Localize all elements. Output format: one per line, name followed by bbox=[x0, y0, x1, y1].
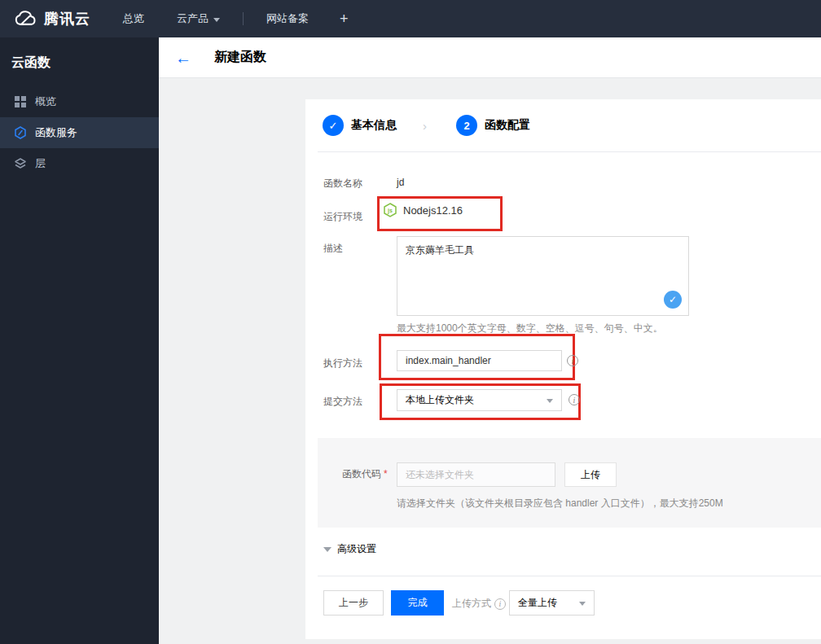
sidebar-item-function-service[interactable]: 函数服务 bbox=[0, 117, 159, 148]
nav-divider bbox=[243, 12, 244, 25]
select-caret-icon bbox=[547, 399, 553, 403]
handler-input[interactable] bbox=[397, 350, 562, 371]
tencent-cloud-logo-icon bbox=[13, 10, 37, 28]
valid-check-icon: ✓ bbox=[664, 291, 682, 309]
advanced-settings-label: 高级设置 bbox=[337, 542, 376, 556]
function-code-section: 函数代码* 上传 请选择文件夹（该文件夹根目录应包含 handler 入口文件）… bbox=[318, 438, 821, 528]
finish-button[interactable]: 完成 bbox=[391, 590, 444, 616]
nodejs-icon: js bbox=[383, 203, 397, 217]
back-arrow-icon[interactable]: ← bbox=[175, 50, 191, 66]
folder-path-input[interactable] bbox=[397, 462, 555, 487]
triangle-down-icon bbox=[323, 547, 331, 552]
description-field-wrapper: 京东薅羊毛工具 ✓ bbox=[397, 236, 689, 316]
sidebar-item-label: 层 bbox=[35, 156, 46, 171]
handler-label: 执行方法 bbox=[323, 357, 362, 370]
select-caret-icon bbox=[579, 602, 586, 606]
step-separator-chevron-icon: › bbox=[423, 119, 427, 133]
upload-button[interactable]: 上传 bbox=[564, 462, 617, 487]
nav-item-website-filing[interactable]: 网站备案 bbox=[266, 11, 309, 26]
submit-method-label: 提交方法 bbox=[323, 395, 362, 409]
sidebar-title: 云函数 bbox=[0, 37, 159, 86]
sidebar-item-label: 函数服务 bbox=[35, 125, 77, 140]
step2-label: 函数配置 bbox=[485, 118, 530, 133]
function-code-hint: 请选择文件夹（该文件夹根目录应包含 handler 入口文件），最大支持250M bbox=[397, 497, 723, 510]
grid-icon bbox=[14, 95, 27, 108]
previous-step-button[interactable]: 上一步 bbox=[323, 590, 384, 616]
page-header: ← 新建函数 bbox=[159, 37, 821, 78]
handler-info-icon[interactable]: i bbox=[567, 355, 578, 366]
step2-number: 2 bbox=[456, 115, 477, 136]
upload-mode-info-icon[interactable]: i bbox=[494, 598, 506, 610]
function-name-label: 函数名称 bbox=[323, 177, 362, 191]
divider bbox=[318, 151, 821, 152]
submit-method-info-icon[interactable]: i bbox=[569, 394, 580, 405]
create-function-panel: ✓ 基本信息 › 2 函数配置 函数名称 jd 运行环境 js Nodejs12… bbox=[305, 99, 821, 639]
upload-mode-select[interactable]: 全量上传 bbox=[509, 590, 595, 616]
divider bbox=[318, 576, 821, 576]
description-label: 描述 bbox=[323, 242, 343, 256]
chevron-down-icon bbox=[213, 18, 220, 22]
description-hint: 最大支持1000个英文字母、数字、空格、逗号、句号、中文。 bbox=[397, 322, 663, 335]
function-name-value: jd bbox=[397, 177, 404, 188]
layers-icon bbox=[14, 157, 27, 170]
submit-method-select[interactable]: 本地上传文件夹 bbox=[397, 389, 562, 411]
description-textarea[interactable]: 京东薅羊毛工具 bbox=[397, 237, 688, 315]
advanced-settings-toggle[interactable]: 高级设置 bbox=[323, 542, 376, 556]
required-asterisk: * bbox=[384, 468, 388, 480]
upload-mode-value: 全量上传 bbox=[518, 596, 557, 610]
nav-item-cloud-products[interactable]: 云产品 bbox=[177, 11, 220, 26]
sidebar-item-overview[interactable]: 概览 bbox=[0, 86, 159, 117]
runtime-value-row: js Nodejs12.16 bbox=[383, 203, 463, 217]
upload-mode-label: 上传方式 bbox=[452, 597, 491, 611]
brand[interactable]: 腾讯云 bbox=[13, 9, 90, 28]
svg-text:js: js bbox=[387, 208, 393, 214]
wizard-steps: ✓ 基本信息 › 2 函数配置 bbox=[323, 115, 530, 136]
runtime-value: Nodejs12.16 bbox=[403, 204, 463, 217]
step1-label: 基本信息 bbox=[351, 118, 397, 133]
sidebar: 云函数 概览 函数服务 层 bbox=[0, 37, 159, 644]
scf-hexagon-icon bbox=[14, 126, 27, 139]
top-navbar: 腾讯云 总览 云产品 网站备案 + bbox=[0, 0, 821, 37]
sidebar-item-label: 概览 bbox=[35, 94, 56, 109]
sidebar-item-layers[interactable]: 层 bbox=[0, 148, 159, 179]
function-code-label: 函数代码* bbox=[342, 467, 388, 481]
upload-mode-row: 上传方式 i bbox=[452, 597, 506, 611]
nav-item-overview[interactable]: 总览 bbox=[123, 11, 144, 26]
step1-check-icon: ✓ bbox=[323, 115, 344, 136]
content-background: ✓ 基本信息 › 2 函数配置 函数名称 jd 运行环境 js Nodejs12… bbox=[159, 78, 821, 644]
page-title: 新建函数 bbox=[214, 49, 266, 66]
brand-name: 腾讯云 bbox=[44, 9, 90, 28]
submit-method-value: 本地上传文件夹 bbox=[406, 393, 474, 407]
runtime-label: 运行环境 bbox=[323, 210, 362, 224]
add-tab-button[interactable]: + bbox=[340, 11, 349, 28]
